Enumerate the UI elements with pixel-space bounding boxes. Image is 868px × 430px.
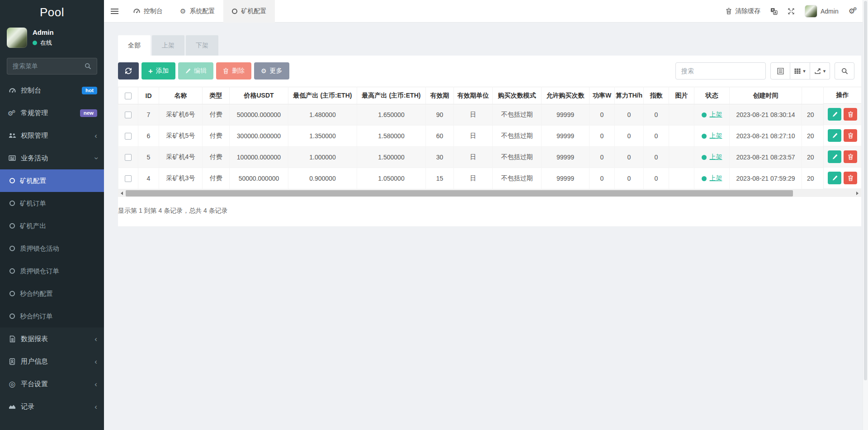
cell-period: 30 — [426, 147, 454, 168]
export-button[interactable]: ▾ — [810, 62, 830, 79]
sidebar-item-记录[interactable]: 记录‹ — [0, 395, 104, 418]
column-header: 图片 — [669, 87, 694, 104]
row-checkbox[interactable] — [125, 112, 132, 118]
hamburger-menu-icon[interactable] — [104, 0, 125, 23]
page-scrollbar[interactable] — [863, 0, 868, 430]
status-badge: 上架 — [702, 111, 722, 119]
column-header: 价格USDT — [230, 87, 288, 104]
sidebar-subitem-质押锁仓活动[interactable]: 质押锁仓活动 — [0, 237, 104, 260]
sidebar-item-权限管理[interactable]: 权限管理‹ — [0, 124, 104, 147]
row-select-cell — [118, 126, 138, 147]
cell-max_output: 1.650000 — [357, 104, 426, 126]
status-dot-icon — [702, 112, 707, 117]
add-button[interactable]: + 添加 — [142, 62, 175, 79]
columns-button[interactable]: ▾ — [790, 62, 810, 79]
row-delete-button[interactable] — [844, 108, 857, 121]
nav-tab-dashboard[interactable]: 控制台 — [125, 0, 171, 23]
cell-period_unit: 日 — [454, 126, 493, 147]
row-delete-button[interactable] — [844, 129, 857, 142]
row-delete-button[interactable] — [844, 172, 857, 184]
sidebar-subitem-质押锁仓订单[interactable]: 质押锁仓订单 — [0, 260, 104, 282]
username-label: Admin — [821, 8, 839, 15]
sidebar-item-平台设置[interactable]: ◎平台设置‹ — [0, 373, 104, 395]
chevron-left-icon: ‹ — [94, 132, 97, 140]
detail-view-button[interactable] — [770, 62, 790, 79]
circle-icon — [232, 9, 237, 14]
row-delete-button[interactable] — [844, 150, 857, 163]
filter-tab-listed[interactable]: 上架 — [152, 35, 184, 56]
sidebar-search-input[interactable]: 搜索菜单 — [7, 58, 97, 75]
cell-buy_limit: 99999 — [542, 126, 590, 147]
settings-gears-icon[interactable]: ⚙⚙ — [849, 8, 859, 15]
sidebar-item-控制台[interactable]: 控制台hot — [0, 79, 104, 102]
horizontal-scrollbar[interactable] — [118, 189, 861, 197]
trash-icon — [223, 68, 229, 74]
sidebar-item-数据报表[interactable]: 数据报表‹ — [0, 327, 104, 350]
circle-icon — [9, 178, 15, 183]
refresh-button[interactable] — [118, 62, 139, 79]
row-checkbox[interactable] — [125, 154, 132, 161]
sidebar-subitem-矿机配置[interactable]: 矿机配置 — [0, 169, 104, 192]
sidebar-subitem-矿机订单[interactable]: 矿机订单 — [0, 192, 104, 215]
select-all-checkbox[interactable] — [125, 93, 132, 99]
translate-button[interactable] — [770, 8, 778, 15]
column-header: 有效期单位 — [454, 87, 493, 104]
gears-icon: ⚙⚙ — [7, 110, 18, 117]
page-scrollbar-thumb[interactable] — [864, 1, 867, 380]
cell-type: 付费 — [203, 147, 230, 168]
sidebar-item-常规管理[interactable]: ⚙⚙常规管理new — [0, 102, 104, 124]
cell-index: 0 — [644, 168, 669, 189]
filter-tab-unlisted[interactable]: 下架 — [186, 35, 218, 56]
sidebar-item-label: 控制台 — [21, 86, 41, 95]
actions-column-header: 操作 — [824, 87, 861, 104]
sidebar-item-业务活动[interactable]: 业务活动‹ — [0, 147, 104, 169]
user-menu[interactable]: Admin — [805, 5, 839, 18]
pencil-icon — [185, 68, 191, 74]
sidebar-subitem-label: 秒合约配置 — [20, 290, 53, 298]
row-edit-button[interactable] — [828, 150, 841, 163]
status-link[interactable]: 上架 — [710, 153, 722, 161]
chart-area-icon — [7, 404, 18, 409]
edit-button[interactable]: 编辑 — [178, 62, 213, 79]
status-link[interactable]: 上架 — [710, 174, 722, 182]
nav-tab-miner-config[interactable]: 矿机配置 — [223, 0, 275, 23]
filter-tab-all[interactable]: 全部 — [118, 35, 151, 56]
fullscreen-button[interactable] — [788, 8, 795, 15]
row-edit-button[interactable] — [828, 129, 841, 142]
row-checkbox[interactable] — [125, 175, 132, 182]
scroll-left-arrow[interactable] — [118, 189, 126, 197]
cell-price: 50000.000000 — [230, 168, 288, 189]
table-search-input[interactable] — [675, 62, 766, 79]
sidebar-subitem-秒合约订单[interactable]: 秒合约订单 — [0, 305, 104, 327]
scrollbar-thumb[interactable] — [126, 190, 793, 196]
sidebar-subitem-秒合约配置[interactable]: 秒合约配置 — [0, 282, 104, 305]
nav-tab-system-config[interactable]: ⚙ 系统配置 — [171, 0, 223, 23]
delete-button[interactable]: 删除 — [216, 62, 251, 79]
row-edit-button[interactable] — [828, 172, 841, 184]
record-summary: 显示第 1 到第 4 条记录，总共 4 条记录 — [118, 207, 861, 215]
sidebar-search-placeholder: 搜索菜单 — [13, 62, 38, 70]
status-link[interactable]: 上架 — [710, 132, 722, 140]
avatar — [7, 28, 27, 48]
row-checkbox[interactable] — [125, 133, 132, 140]
row-actions — [824, 168, 861, 189]
row-edit-button[interactable] — [828, 108, 841, 121]
search-toggle-button[interactable] — [835, 62, 854, 79]
online-dot-icon — [33, 41, 37, 45]
nav-tab-label: 矿机配置 — [241, 7, 266, 15]
sidebar: Pool Admin 在线 搜索菜单 控制台hot⚙⚙常规管理new权限管理‹业… — [0, 0, 104, 430]
status-link[interactable]: 上架 — [710, 111, 722, 119]
column-header: 算力TH/h — [615, 87, 644, 104]
status-dot-icon — [702, 176, 707, 181]
row-actions — [824, 104, 861, 125]
newspaper-icon — [7, 155, 18, 161]
cell-image — [669, 168, 694, 189]
sidebar-subitem-矿机产出[interactable]: 矿机产出 — [0, 215, 104, 237]
more-button[interactable]: ⚙ 更多 — [254, 62, 289, 79]
cell-name: 采矿机5号 — [159, 126, 203, 147]
clear-cache-button[interactable]: 清除缓存 — [726, 7, 760, 15]
scroll-right-arrow[interactable] — [854, 189, 861, 197]
status-cell: 上架 — [694, 126, 730, 147]
chevron-left-icon: ‹ — [94, 358, 97, 365]
sidebar-item-用户信息[interactable]: 用户信息‹ — [0, 350, 104, 373]
